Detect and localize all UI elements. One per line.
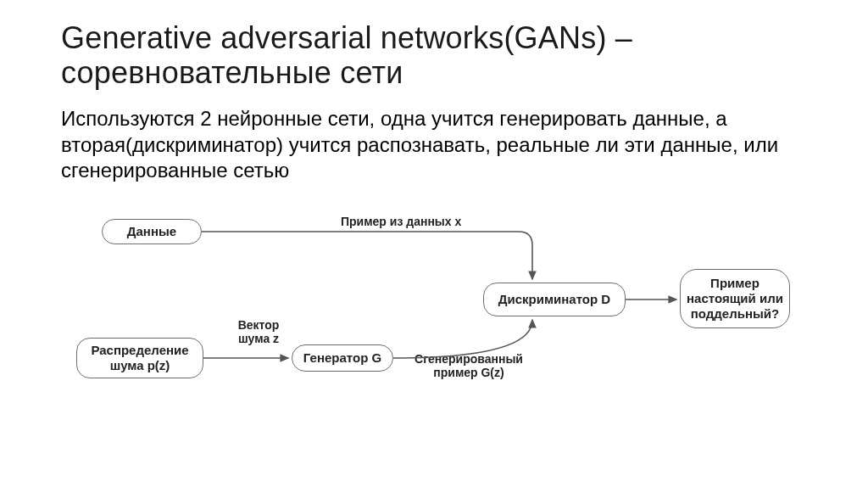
body-text: Используются 2 нейронные сети, одна учит… bbox=[61, 106, 807, 184]
gan-diagram: Данные Распределение шума p(z) Генератор… bbox=[61, 206, 798, 418]
page-title: Generative adversarial networks(GANs) – … bbox=[61, 20, 807, 91]
diagram-arrows bbox=[61, 206, 798, 418]
slide: Generative adversarial networks(GANs) – … bbox=[0, 0, 868, 487]
